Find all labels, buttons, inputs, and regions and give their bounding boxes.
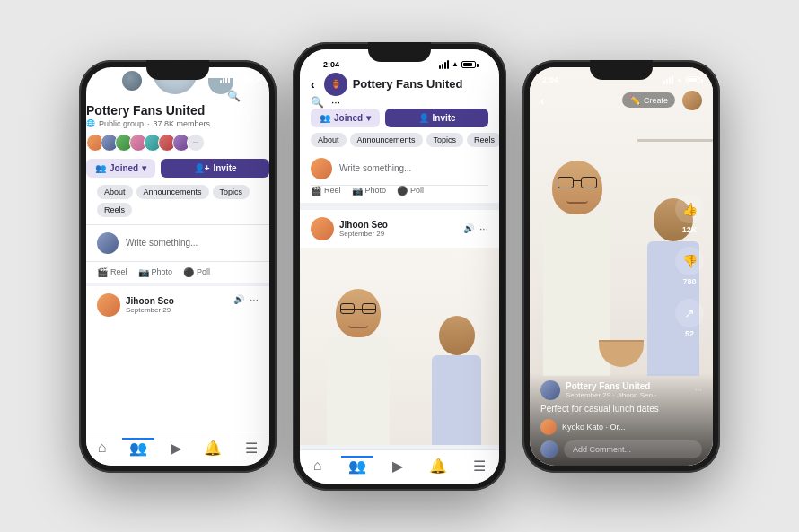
phone-3-notch xyxy=(590,60,653,80)
phone-3-poster-name: Pottery Fans United xyxy=(566,381,689,391)
phone-2-group-header: ‹ 🏺 Pottery Fans United 🔍 ··· xyxy=(311,73,488,109)
phone-2-joined-btn[interactable]: 👥 Joined ▾ xyxy=(311,109,380,127)
like-action[interactable]: 👍 12K xyxy=(675,195,704,234)
phone-2-video-post: Jihoon Seo September 29 🔊 ··· xyxy=(300,210,499,445)
phone-2-post-header: Jihoon Seo September 29 🔊 ··· xyxy=(300,210,499,248)
joined-label: Joined xyxy=(110,163,138,173)
reel-comment-text: Kyoko Kato · Or... xyxy=(562,423,626,432)
phone-2-header-icons: 🔍 ··· xyxy=(311,96,488,109)
phone-2-write-bar: Write something... xyxy=(311,153,488,186)
joined-icon: 👥 xyxy=(95,163,106,173)
groups-nav-icon[interactable]: 👥 xyxy=(122,438,154,458)
phone-2-tab-topics[interactable]: Topics xyxy=(426,133,464,147)
phone-1-screen: 2:04 ▲ xyxy=(86,67,269,466)
phone-2-joined-label: Joined xyxy=(334,113,363,123)
video-nav-icon[interactable]: ▶ xyxy=(163,438,189,458)
phone-3-sig-2 xyxy=(666,79,668,84)
phone-2-photo-action[interactable]: 📷 Photo xyxy=(352,186,387,196)
phone-2-post-actions: 🎬 Reel 📷 Photo ⚫ Poll xyxy=(311,186,488,196)
phone-2-video-thumbnail xyxy=(300,248,499,445)
phone-2-dropdown-icon: ▾ xyxy=(366,113,371,123)
invite-label: Invite xyxy=(213,163,236,173)
phone-2-top-bar: 2:04 ▲ xyxy=(300,49,499,203)
create-icon: ✏️ xyxy=(629,95,640,105)
phone-2-notch xyxy=(368,42,431,62)
phone-1-profile-section: Pottery Fans United 🌐 Public group · 37.… xyxy=(86,103,269,185)
more-icon[interactable]: ··· xyxy=(250,90,259,102)
phone-2-time: 2:04 xyxy=(323,60,339,69)
phone-2-poll-action[interactable]: ⚫ Poll xyxy=(397,186,424,196)
poll-action[interactable]: ⚫ Poll xyxy=(183,267,210,277)
phone-3-overlay: 2:04 ▲ xyxy=(530,67,713,466)
phone-2-back[interactable]: ‹ xyxy=(311,77,315,92)
phone-3-battery xyxy=(686,76,700,83)
home-nav-icon[interactable]: ⌂ xyxy=(91,438,114,458)
reel-action[interactable]: 🎬 Reel xyxy=(97,267,127,277)
phone-2-groups-icon[interactable]: 👥 xyxy=(341,456,373,476)
phone-1-dot: · xyxy=(147,119,150,128)
head-2 xyxy=(439,316,475,355)
poll-label: Poll xyxy=(197,267,210,276)
phone-3-caption: Perfect for casual lunch dates xyxy=(540,404,702,414)
photo-action[interactable]: 📷 Photo xyxy=(138,267,173,277)
phone-3-right-actions: 👍 12K 👎 780 ↗ 52 xyxy=(675,195,704,338)
phone-2-bell-icon[interactable]: 🔔 xyxy=(422,456,454,476)
signal-bar-4 xyxy=(228,74,230,83)
phone-2-battery-fill xyxy=(463,63,472,66)
phone-2-signal xyxy=(439,60,449,69)
reel-icon: 🎬 xyxy=(97,267,108,277)
body-1 xyxy=(327,337,390,445)
volume-icon[interactable]: 🔊 xyxy=(233,294,244,304)
phone-3-status-icons: ▲ xyxy=(663,75,700,84)
phone-1-group-title: Pottery Fans United xyxy=(86,103,269,118)
tab-announcements[interactable]: Announcements xyxy=(136,185,209,199)
phone-2-poster-info: Jihoon Seo September 29 xyxy=(311,217,388,240)
bell-nav-icon[interactable]: 🔔 xyxy=(197,438,229,458)
phone-2-volume-icon[interactable]: 🔊 xyxy=(463,223,474,233)
phone-2-home-icon[interactable]: ⌂ xyxy=(306,456,329,475)
phone-3-sig-1 xyxy=(663,81,665,84)
phone-3-signal xyxy=(663,75,673,84)
phone-2-reel-action[interactable]: 🎬 Reel xyxy=(311,186,341,196)
phone-1-member-count: 37.8K members xyxy=(154,119,211,128)
back-button[interactable]: ‹ xyxy=(97,89,101,103)
create-button[interactable]: ✏️ Create xyxy=(622,92,675,108)
phone-2-invite-btn[interactable]: 👤 Invite xyxy=(385,109,488,127)
tab-topics[interactable]: Topics xyxy=(213,185,250,199)
phone-3-wifi: ▲ xyxy=(676,75,683,83)
phone-2-tab-about[interactable]: About xyxy=(311,133,347,147)
joined-button[interactable]: 👥 Joined ▾ xyxy=(86,159,155,178)
phone-2-video-icon[interactable]: ▶ xyxy=(385,456,410,476)
commenter-avatar xyxy=(540,419,557,435)
phone-3-more-icon[interactable]: ··· xyxy=(695,385,702,395)
share-icon: ↗ xyxy=(675,299,704,327)
more-post-icon[interactable]: ··· xyxy=(250,293,259,306)
phone-2-more-post[interactable]: ··· xyxy=(479,222,488,235)
add-comment-input[interactable]: Add Comment... xyxy=(564,440,702,458)
phone-2-tab-reels[interactable]: Reels xyxy=(467,133,499,147)
phone-2-tab-announce[interactable]: Announcements xyxy=(350,133,423,147)
phone-2-menu-icon[interactable]: ☰ xyxy=(466,456,493,476)
phone-2-poll-label: Poll xyxy=(410,186,424,195)
invite-button[interactable]: 👤+ Invite xyxy=(161,159,269,178)
tab-reels[interactable]: Reels xyxy=(97,203,132,217)
create-label: Create xyxy=(644,96,668,105)
phone-2-photo-label: Photo xyxy=(365,186,387,195)
phone-2-user-avatar xyxy=(311,158,332,179)
poster-name: Jihoon Seo xyxy=(126,296,174,306)
search-icon[interactable]: 🔍 xyxy=(227,90,241,102)
phone-2-write-placeholder[interactable]: Write something... xyxy=(339,163,411,173)
write-placeholder[interactable]: Write something... xyxy=(126,238,198,248)
share-action[interactable]: ↗ 52 xyxy=(675,299,704,338)
tab-about[interactable]: About xyxy=(97,185,133,199)
phone-1-status-icons: ▲ xyxy=(220,74,257,83)
dislike-action[interactable]: 👎 780 xyxy=(675,247,704,286)
avatar-more[interactable]: ··· xyxy=(187,134,205,152)
menu-nav-icon[interactable]: ☰ xyxy=(238,438,265,458)
phone-3-comment-row: Kyoko Kato · Or... xyxy=(540,419,702,435)
phone-2-more-icon[interactable]: ··· xyxy=(331,96,340,109)
phone-3-back[interactable]: ‹ xyxy=(540,93,545,108)
glasses-right xyxy=(362,303,376,314)
phone-3-user-avatar[interactable] xyxy=(682,91,702,110)
phone-2-search-icon[interactable]: 🔍 xyxy=(311,96,324,109)
